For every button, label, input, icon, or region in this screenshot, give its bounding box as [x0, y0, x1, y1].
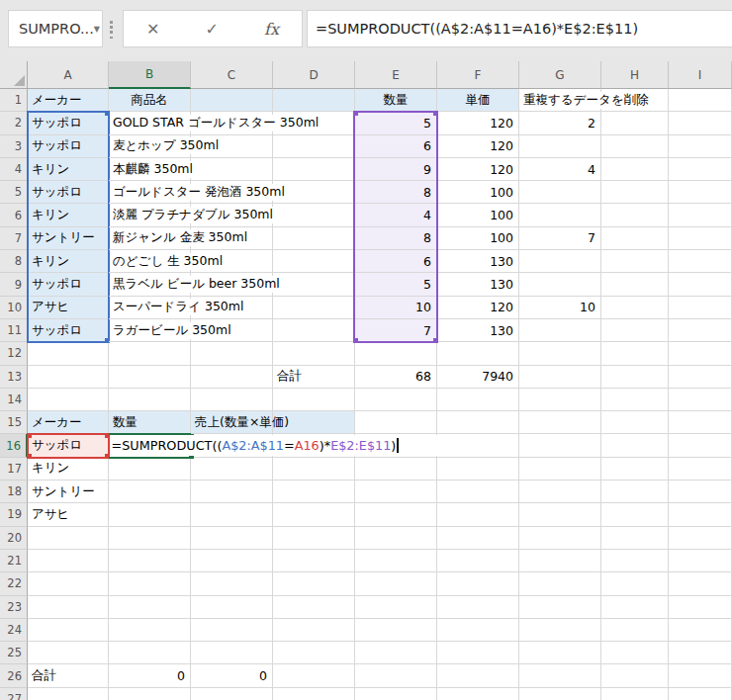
cell-I21[interactable] [669, 550, 732, 572]
cell-C23[interactable] [191, 596, 273, 619]
cell-F24[interactable] [437, 619, 519, 642]
cell-E15[interactable] [355, 411, 437, 434]
cell-A15[interactable]: メーカー [28, 411, 109, 434]
range-handle[interactable] [433, 111, 438, 116]
col-header-F[interactable]: F [437, 61, 519, 89]
cell-H19[interactable] [601, 503, 669, 526]
cell-E9[interactable]: 5 [355, 273, 437, 296]
cell-I16[interactable] [669, 434, 732, 457]
cell-B14[interactable] [109, 389, 191, 411]
cell-C19[interactable] [191, 503, 273, 526]
col-header-H[interactable]: H [601, 61, 669, 89]
cell-D14[interactable] [273, 389, 355, 411]
cell-E26[interactable] [355, 664, 437, 687]
cell-F25[interactable] [437, 642, 519, 664]
cell-I8[interactable] [669, 250, 732, 273]
row-header-21[interactable]: 21 [0, 550, 28, 572]
cell-C22[interactable] [191, 572, 273, 595]
cell-E20[interactable] [355, 527, 437, 550]
cell-B10[interactable]: スーパードライ 350ml [109, 297, 191, 319]
col-header-A[interactable]: A [28, 61, 109, 89]
cell-E4[interactable]: 9 [355, 158, 437, 181]
cell-H5[interactable] [601, 181, 669, 204]
cell-F27[interactable] [437, 688, 519, 700]
cell-B4[interactable]: 本麒麟 350ml [109, 158, 191, 181]
cell-H6[interactable] [601, 204, 669, 226]
cell-G2[interactable]: 2 [519, 112, 601, 134]
cell-D17[interactable] [273, 458, 355, 481]
cell-C17[interactable] [191, 458, 273, 481]
cell-B21[interactable] [109, 550, 191, 572]
cell-I11[interactable] [669, 319, 732, 342]
cell-D26[interactable] [273, 664, 355, 687]
col-header-G[interactable]: G [519, 61, 601, 89]
cell-A26[interactable]: 合計 [28, 664, 109, 687]
row-header-8[interactable]: 8 [0, 250, 28, 273]
cell-B3[interactable]: 麦とホップ 350ml [109, 135, 191, 158]
cell-I9[interactable] [669, 273, 732, 296]
cell-F26[interactable] [437, 664, 519, 687]
row-header-15[interactable]: 15 [0, 411, 28, 434]
cell-E7[interactable]: 8 [355, 227, 437, 250]
row-header-2[interactable]: 2 [0, 112, 28, 134]
cell-E24[interactable] [355, 619, 437, 642]
cell-A19[interactable]: アサヒ [28, 503, 109, 526]
cell-D8[interactable] [273, 250, 355, 273]
cell-H3[interactable] [601, 135, 669, 158]
row-header-10[interactable]: 10 [0, 297, 28, 319]
cell-I7[interactable] [669, 227, 732, 250]
range-handle[interactable] [433, 338, 438, 343]
cell-F4[interactable]: 120 [437, 158, 519, 181]
cell-G21[interactable] [519, 550, 601, 572]
cell-B18[interactable] [109, 481, 191, 503]
cell-A5[interactable]: サッポロ [28, 181, 109, 204]
row-header-9[interactable]: 9 [0, 273, 28, 296]
col-header-C[interactable]: C [191, 61, 273, 89]
cell-I4[interactable] [669, 158, 732, 181]
cell-A2[interactable]: サッポロ [28, 112, 109, 134]
cell-H18[interactable] [601, 481, 669, 503]
cell-C15[interactable]: 売上(数量×単価) [191, 411, 273, 434]
cell-H11[interactable] [601, 319, 669, 342]
cell-H2[interactable] [601, 112, 669, 134]
cell-F19[interactable] [437, 503, 519, 526]
cell-D11[interactable] [273, 319, 355, 342]
name-box[interactable]: SUMPRO... ▼ [8, 10, 103, 47]
cell-F22[interactable] [437, 572, 519, 595]
cell-C12[interactable] [191, 342, 273, 365]
cell-F17[interactable] [437, 458, 519, 481]
cell-B26[interactable]: 0 [109, 664, 191, 687]
cell-E19[interactable] [355, 503, 437, 526]
cell-A21[interactable] [28, 550, 109, 572]
cell-F20[interactable] [437, 527, 519, 550]
cell-D10[interactable] [273, 297, 355, 319]
cell-F15[interactable] [437, 411, 519, 434]
cell-D21[interactable] [273, 550, 355, 572]
cell-G14[interactable] [519, 389, 601, 411]
cell-B27[interactable] [109, 688, 191, 700]
cell-C26[interactable]: 0 [191, 664, 273, 687]
cell-I5[interactable] [669, 181, 732, 204]
range-handle[interactable] [27, 454, 32, 459]
cell-F7[interactable]: 100 [437, 227, 519, 250]
select-all-corner[interactable] [0, 61, 28, 89]
cell-H13[interactable] [601, 366, 669, 389]
cell-G23[interactable] [519, 596, 601, 619]
cell-E25[interactable] [355, 642, 437, 664]
cell-E2[interactable]: 5 [355, 112, 437, 134]
cell-A22[interactable] [28, 572, 109, 595]
cell-D3[interactable] [273, 135, 355, 158]
cell-E13[interactable]: 68 [355, 366, 437, 389]
cell-A24[interactable] [28, 619, 109, 642]
row-header-22[interactable]: 22 [0, 572, 28, 595]
cell-I23[interactable] [669, 596, 732, 619]
row-header-18[interactable]: 18 [0, 481, 28, 503]
cell-B1[interactable]: 商品名 [109, 89, 191, 112]
cell-B5[interactable]: ゴールドスター 発泡酒 350ml [109, 181, 191, 204]
cell-H21[interactable] [601, 550, 669, 572]
cell-F23[interactable] [437, 596, 519, 619]
cell-B12[interactable] [109, 342, 191, 365]
range-handle[interactable] [27, 433, 32, 438]
cell-F8[interactable]: 130 [437, 250, 519, 273]
cell-E18[interactable] [355, 481, 437, 503]
